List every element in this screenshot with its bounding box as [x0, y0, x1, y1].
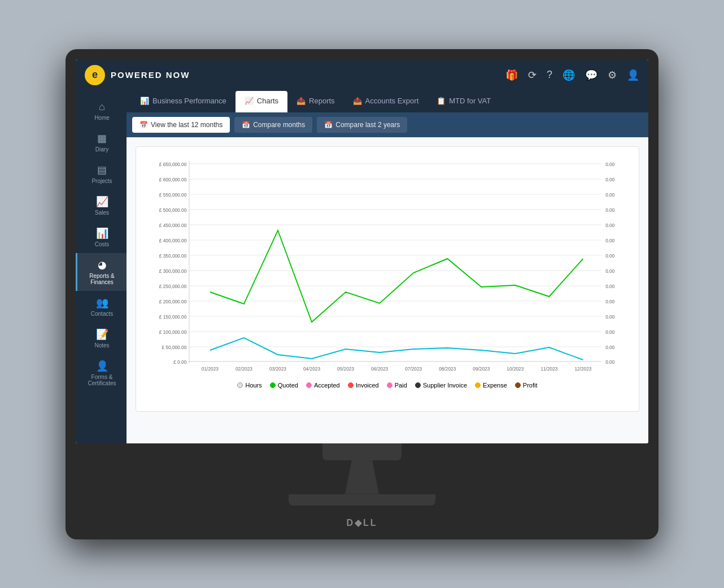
legend-invoiced: Invoiced	[348, 382, 379, 389]
sidebar-item-sales[interactable]: 📈 Sales	[76, 190, 127, 221]
svg-text:£ 400,000.00: £ 400,000.00	[159, 237, 187, 243]
globe-icon[interactable]: 🌐	[562, 69, 575, 81]
gear-icon[interactable]: ⚙	[608, 69, 617, 81]
svg-text:0.00: 0.00	[605, 329, 614, 334]
charts-icon: 📈	[245, 97, 254, 105]
user-icon[interactable]: 👤	[627, 69, 639, 81]
monitor-brand-text: D◆LL	[346, 517, 377, 528]
logo-area: e POWERED NOW	[85, 65, 190, 85]
sidebar-label-notes: Notes	[94, 342, 109, 349]
sidebar-item-contacts[interactable]: 👥 Contacts	[76, 291, 127, 323]
sidebar-item-costs[interactable]: 📊 Costs	[76, 221, 127, 253]
calendar-icon-1: 📅	[139, 121, 148, 129]
chart-container: £ 650,000.00 £ 600,000.00 £ 550,000.00 £…	[136, 146, 639, 412]
sidebar-label-costs: Costs	[95, 241, 110, 247]
legend-supplier-invoice: Supplier Invoice	[415, 382, 467, 389]
tab-business-performance[interactable]: 📊 Business Performance	[131, 91, 235, 112]
sidebar-item-home[interactable]: ⌂ Home	[76, 95, 127, 127]
sub-tab-last12months-label: View the last 12 months	[151, 121, 223, 129]
svg-text:£ 0.00: £ 0.00	[173, 359, 186, 364]
legend-quoted-label: Quoted	[278, 382, 298, 389]
paid-dot	[387, 382, 392, 388]
svg-text:£ 550,000.00: £ 550,000.00	[159, 191, 187, 197]
legend-expense: Expense	[475, 382, 507, 389]
tab-reports[interactable]: 📤 Reports	[287, 91, 344, 112]
tabs-bar: 📊 Business Performance 📈 Charts 📤 Report…	[127, 91, 648, 112]
logo-icon: e	[85, 65, 105, 85]
diary-icon: ▦	[97, 132, 107, 145]
svg-text:0.00: 0.00	[605, 359, 614, 364]
svg-text:£ 300,000.00: £ 300,000.00	[159, 268, 187, 273]
app: e POWERED NOW 🎁 ⟳ ? 🌐 💬 ⚙ 👤 ⌂	[76, 59, 648, 443]
tab-mtd-vat-label: MTD for VAT	[449, 97, 491, 105]
svg-text:£ 600,000.00: £ 600,000.00	[159, 176, 187, 182]
legend-paid: Paid	[387, 382, 407, 389]
svg-text:09/2023: 09/2023	[473, 365, 490, 371]
tab-accounts-export[interactable]: 📤 Accounts Export	[344, 91, 428, 112]
notes-icon: 📝	[96, 328, 108, 341]
legend-accepted: Accepted	[306, 382, 340, 389]
svg-text:0.00: 0.00	[605, 191, 614, 197]
svg-text:10/2023: 10/2023	[507, 365, 524, 371]
svg-text:02/2023: 02/2023	[235, 365, 252, 371]
sidebar-item-forms[interactable]: 👤 Forms & Certificates	[76, 354, 127, 392]
svg-text:11/2023: 11/2023	[540, 365, 557, 371]
app-name: POWERED NOW	[111, 70, 190, 80]
monitor: e POWERED NOW 🎁 ⟳ ? 🌐 💬 ⚙ 👤 ⌂	[66, 49, 658, 539]
svg-text:£ 100,000.00: £ 100,000.00	[159, 329, 187, 334]
sidebar-label-sales: Sales	[95, 210, 109, 216]
accounts-export-icon: 📤	[353, 97, 362, 105]
svg-text:£ 500,000.00: £ 500,000.00	[159, 207, 187, 212]
sub-tab-compare-months[interactable]: 📅 Compare months	[234, 117, 312, 133]
accepted-dot	[306, 382, 312, 388]
sidebar-item-notes[interactable]: 📝 Notes	[76, 323, 127, 354]
supplier-dot	[415, 382, 421, 388]
svg-text:0.00: 0.00	[605, 298, 614, 304]
svg-text:0.00: 0.00	[605, 268, 614, 273]
sidebar-item-reports[interactable]: ◕ Reports & Finances	[76, 253, 127, 291]
costs-icon: 📊	[96, 227, 108, 239]
monitor-stand-top	[322, 443, 402, 460]
sub-tab-compare-months-label: Compare months	[253, 121, 305, 129]
top-bar-icons: 🎁 ⟳ ? 🌐 💬 ⚙ 👤	[505, 69, 639, 81]
main-area: ⌂ Home ▦ Diary ▤ Projects 📈 Sales	[76, 91, 648, 443]
reports-tab-icon: 📤	[296, 97, 306, 105]
svg-text:£ 650,000.00: £ 650,000.00	[159, 161, 187, 167]
forms-icon: 👤	[96, 360, 108, 372]
legend-profit-label: Profit	[523, 382, 538, 389]
sub-tab-last12months[interactable]: 📅 View the last 12 months	[132, 117, 230, 133]
quoted-dot	[270, 382, 276, 388]
svg-text:£ 150,000.00: £ 150,000.00	[159, 313, 187, 319]
svg-text:01/2023: 01/2023	[202, 365, 219, 371]
chart-svg: £ 650,000.00 £ 600,000.00 £ 550,000.00 £…	[147, 158, 627, 373]
sub-tab-compare-2years-label: Compare last 2 years	[335, 121, 400, 129]
chat-icon[interactable]: 💬	[585, 69, 597, 81]
tab-accounts-export-label: Accounts Export	[365, 97, 419, 105]
tab-business-performance-label: Business Performance	[152, 97, 226, 105]
legend-hours-label: Hours	[245, 382, 261, 389]
green-line	[210, 230, 583, 322]
sidebar-item-projects[interactable]: ▤ Projects	[76, 158, 127, 190]
gift-icon[interactable]: 🎁	[505, 69, 518, 81]
sidebar-label-forms: Forms & Certificates	[82, 374, 122, 386]
question-icon[interactable]: ?	[547, 69, 552, 81]
cyan-line	[210, 338, 583, 360]
sidebar-item-diary[interactable]: ▦ Diary	[76, 127, 127, 158]
contacts-icon: 👥	[96, 297, 108, 309]
legend-profit: Profit	[515, 382, 538, 389]
sidebar-label-home: Home	[94, 115, 110, 121]
sidebar-label-diary: Diary	[95, 146, 108, 153]
sales-icon: 📈	[96, 195, 108, 208]
screen: e POWERED NOW 🎁 ⟳ ? 🌐 💬 ⚙ 👤 ⌂	[76, 59, 648, 443]
sub-tab-compare-2years[interactable]: 📅 Compare last 2 years	[317, 117, 407, 133]
tab-charts[interactable]: 📈 Charts	[235, 91, 287, 112]
invoiced-dot	[348, 382, 354, 388]
home-icon: ⌂	[99, 101, 105, 113]
svg-text:07/2023: 07/2023	[405, 365, 422, 371]
refresh-icon[interactable]: ⟳	[528, 69, 537, 81]
legend-invoiced-label: Invoiced	[356, 382, 379, 389]
svg-text:05/2023: 05/2023	[337, 365, 354, 371]
legend-quoted: Quoted	[270, 382, 298, 389]
legend-supplier-invoice-label: Supplier Invoice	[423, 382, 467, 389]
tab-mtd-vat[interactable]: 📋 MTD for VAT	[428, 91, 500, 112]
